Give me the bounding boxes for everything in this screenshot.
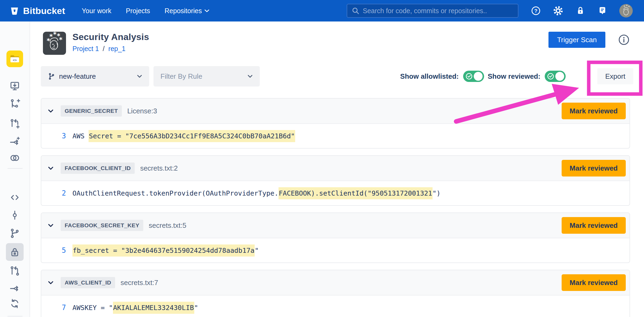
finding-card: GENERIC_SECRET License:3 Mark reviewed 3… xyxy=(41,98,630,149)
page-header: ***** Security Analysis Project 1 / rep_… xyxy=(41,32,630,55)
findings-list: GENERIC_SECRET License:3 Mark reviewed 3… xyxy=(41,98,630,317)
show-allowlisted-label: Show allowlisted: xyxy=(400,72,459,81)
export-button[interactable]: Export xyxy=(597,68,633,84)
search-icon xyxy=(352,7,360,15)
security-icon[interactable] xyxy=(6,243,24,261)
rule-filter-dropdown[interactable]: Filter By Rule xyxy=(153,66,260,87)
code-text: fb_secret = "3b2e464637e5159024254dd78aa… xyxy=(72,247,259,254)
branch-icon xyxy=(48,73,55,80)
chevron-down-icon xyxy=(204,9,209,12)
trigger-scan-button[interactable]: Trigger Scan xyxy=(548,32,605,48)
secret-highlight: AKIALALEMEL332430LIB xyxy=(113,302,194,314)
nav-link-repositories[interactable]: Repositories xyxy=(164,7,209,15)
show-reviewed-toggle[interactable] xyxy=(545,71,566,82)
code-line: 3 AWS Secret = "7ce556A3bD234Cc1Ff9E8A5C… xyxy=(41,124,630,148)
svg-text:*: * xyxy=(628,5,630,9)
code-line: 7 AWSKEY = "AKIALALEMEL332430LIB" xyxy=(41,296,630,317)
svg-text:*: * xyxy=(626,4,628,8)
settings-icon[interactable] xyxy=(553,5,564,16)
rule-badge: GENERIC_SECRET xyxy=(61,105,122,117)
nav-link-your-work[interactable]: Your work xyxy=(82,7,111,15)
main-content: ***** Security Analysis Project 1 / rep_… xyxy=(30,21,644,317)
line-number: 7 xyxy=(56,304,66,312)
pull-requests-icon[interactable] xyxy=(9,265,20,276)
code-text: AWSKEY = "AKIALALEMEL332430LIB" xyxy=(72,304,198,312)
top-navigation: Bitbucket Your work Projects Repositorie… xyxy=(0,0,644,21)
finding-card: FACEBOOK_CLIENT_ID secrets.txt:2 Mark re… xyxy=(41,155,630,206)
finding-location: secrets.txt:2 xyxy=(140,164,178,172)
branches-icon[interactable] xyxy=(9,228,20,239)
svg-text:*: * xyxy=(47,37,50,45)
user-avatar[interactable]: *** xyxy=(619,4,633,17)
mark-reviewed-button[interactable]: Mark reviewed xyxy=(562,103,626,119)
finding-header: FACEBOOK_SECRET_KEY secrets.txt:5 Mark r… xyxy=(41,213,630,238)
search-input[interactable] xyxy=(363,7,514,15)
mark-reviewed-button[interactable]: Mark reviewed xyxy=(562,217,626,234)
nav-links: Your work Projects Repositories xyxy=(82,7,210,15)
finding-location: secrets.txt:5 xyxy=(149,221,186,230)
compare-icon[interactable] xyxy=(9,153,20,163)
lock-icon[interactable] xyxy=(575,6,586,16)
breadcrumb-repo-link[interactable]: rep_1 xyxy=(108,45,126,53)
filters-toolbar: new-feature Filter By Rule Show allowlis… xyxy=(41,66,630,87)
breadcrumb-project-link[interactable]: Project 1 xyxy=(72,45,99,53)
create-fork-icon[interactable] xyxy=(9,136,20,147)
search-box[interactable] xyxy=(347,4,518,18)
nav-link-projects[interactable]: Projects xyxy=(126,7,150,15)
secret-highlight: fb_secret = "3b2e464637e5159024254dd78aa… xyxy=(72,244,255,257)
mark-reviewed-button[interactable]: Mark reviewed xyxy=(562,160,626,176)
code-text: OAuthClientRequest.tokenProvider(OAuthPr… xyxy=(72,189,441,197)
secret-highlight: FACEBOOK).setClientId("950513172001321 xyxy=(279,187,433,199)
chevron-down-icon xyxy=(137,74,142,78)
info-icon[interactable] xyxy=(618,34,630,46)
create-branch-icon[interactable] xyxy=(9,98,20,109)
selected-branch: new-feature xyxy=(59,72,96,81)
finding-location: secrets.txt:7 xyxy=(120,279,158,287)
branch-selector-dropdown[interactable]: new-feature xyxy=(41,66,149,87)
forks-icon[interactable] xyxy=(9,283,20,294)
active-item-highlight xyxy=(6,243,24,261)
show-allowlisted-toggle[interactable] xyxy=(463,71,484,82)
breadcrumb: Project 1 / rep_1 xyxy=(72,45,149,53)
help-icon[interactable]: ? xyxy=(531,6,541,16)
mark-reviewed-button[interactable]: Mark reviewed xyxy=(562,274,626,291)
builds-icon[interactable] xyxy=(9,298,20,309)
commits-icon[interactable] xyxy=(9,210,20,221)
secret-highlight: Secret = "7ce556A3bD234Cc1Ff9E8A5C324C0b… xyxy=(89,130,295,142)
svg-text:*: * xyxy=(624,5,625,9)
repository-sidebar: <> xyxy=(0,21,30,317)
sidebar-divider xyxy=(8,316,23,316)
collapse-chevron-icon[interactable] xyxy=(48,166,54,170)
rule-badge: FACEBOOK_CLIENT_ID xyxy=(61,163,135,174)
source-icon[interactable] xyxy=(9,192,20,203)
repo-avatar[interactable]: <> xyxy=(6,51,23,67)
clone-icon[interactable] xyxy=(9,81,20,91)
page-title: Security Analysis xyxy=(72,32,149,42)
collapse-chevron-icon[interactable] xyxy=(48,224,54,228)
code-line: 5 fb_secret = "3b2e464637e5159024254dd78… xyxy=(41,238,630,262)
bitbucket-logo[interactable]: Bitbucket xyxy=(10,6,65,16)
finding-header: AWS_CLIENT_ID secrets.txt:7 Mark reviewe… xyxy=(41,270,630,296)
brand-name: Bitbucket xyxy=(23,6,65,16)
finding-card: FACEBOOK_SECRET_KEY secrets.txt:5 Mark r… xyxy=(41,212,630,263)
collapse-chevron-icon[interactable] xyxy=(48,281,54,285)
bitbucket-bucket-icon xyxy=(10,6,19,16)
code-text: AWS Secret = "7ce556A3bD234Cc1Ff9E8A5C32… xyxy=(72,132,295,140)
rule-badge: FACEBOOK_SECRET_KEY xyxy=(61,220,143,231)
chevron-down-icon xyxy=(247,74,253,78)
sidebar-divider xyxy=(8,168,23,169)
project-avatar: ***** xyxy=(43,32,66,55)
line-number: 2 xyxy=(56,189,66,197)
rule-filter-placeholder: Filter By Rule xyxy=(160,72,202,81)
finding-header: FACEBOOK_CLIENT_ID secrets.txt:2 Mark re… xyxy=(41,156,630,181)
feedback-icon[interactable] xyxy=(597,6,608,16)
breadcrumb-separator: / xyxy=(103,45,105,53)
create-pull-request-icon[interactable] xyxy=(9,118,20,129)
svg-text:*: * xyxy=(53,32,57,38)
svg-text:<>: <> xyxy=(13,58,17,62)
svg-text:*: * xyxy=(59,36,63,44)
line-number: 5 xyxy=(56,246,66,254)
collapse-chevron-icon[interactable] xyxy=(48,109,54,113)
finding-card: AWS_CLIENT_ID secrets.txt:7 Mark reviewe… xyxy=(41,270,630,317)
finding-header: GENERIC_SECRET License:3 Mark reviewed xyxy=(41,99,630,124)
